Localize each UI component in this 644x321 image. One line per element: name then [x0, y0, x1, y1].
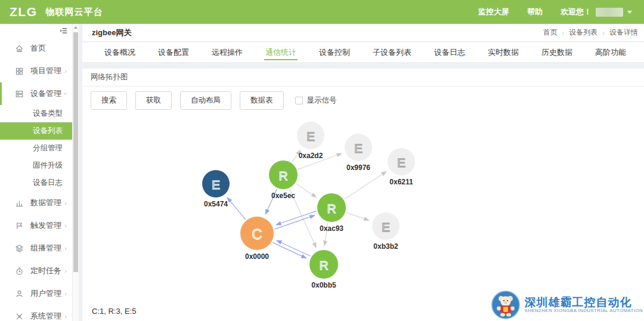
topology-graph[interactable]: E0xa2d2E0x9976E0x6211R0xe5ecE0x5474R0xac…	[82, 114, 644, 321]
app-title: 物联网云平台	[46, 7, 103, 18]
panel-title: 网络拓扑图	[91, 72, 128, 82]
node-address-label: 0x0bb5	[311, 281, 336, 289]
node-letter: E	[306, 129, 315, 143]
user-menu[interactable]: 欢迎您！	[561, 7, 632, 17]
topology-canvas[interactable]: E0xa2d2E0x9976E0x6211R0xe5ecE0x5474R0xac…	[82, 114, 644, 321]
menu-fold-icon[interactable]	[59, 26, 68, 35]
sidebar-item-label: 触发管理	[30, 220, 61, 231]
topology-edge	[346, 212, 369, 220]
topology-node-0x6211[interactable]: E0x6211	[388, 148, 415, 186]
username-redacted	[596, 8, 623, 17]
chevron-expanded-icon: ›	[62, 92, 69, 95]
sidebar-item-4[interactable]: 数据管理›	[0, 192, 79, 214]
tab-设备控制[interactable]: 设备控制	[308, 42, 361, 62]
sidebar: 首页项目管理›设备管理›设备类型设备列表分组管理固件升级设备日志数据管理›触发管…	[0, 24, 79, 321]
tab-子设备列表[interactable]: 子设备列表	[361, 42, 423, 62]
sidebar-item-5[interactable]: 触发管理›	[0, 214, 79, 237]
sidebar-item-label: 数据管理	[30, 197, 61, 208]
node-address-label: 0x5474	[204, 200, 228, 208]
sidebar-subitem[interactable]: 设备日志	[0, 174, 79, 192]
app-header: ZLG 物联网云平台 监控大屏 帮助 欢迎您！	[0, 0, 644, 24]
help-link[interactable]: 帮助	[527, 7, 543, 17]
sidebar-item-label: 首页	[30, 43, 46, 54]
toolbar-button-自动布局[interactable]: 自动布局	[180, 91, 231, 110]
topology-node-0x0000[interactable]: C0x0000	[240, 217, 274, 261]
sidebar-item-label: 项目管理	[30, 66, 61, 76]
sidebar-subitem[interactable]: 固件升级	[0, 157, 79, 174]
sidebar-item-6[interactable]: 组播管理›	[0, 237, 79, 260]
node-letter: E	[382, 220, 390, 234]
topology-node-0x0bb5[interactable]: R0x0bb5	[309, 250, 338, 289]
topology-panel: 网络拓扑图 搜索获取自动布局数据表 显示信号	[82, 69, 644, 321]
tab-高阶功能[interactable]: 高阶功能	[584, 42, 637, 62]
sidebar-item-8[interactable]: 用户管理›	[0, 282, 79, 305]
watermark-cn: 深圳雄霸工控自动化	[525, 296, 643, 309]
sidebar-item-label: 组播管理	[30, 243, 61, 254]
tab-设备配置[interactable]: 设备配置	[147, 42, 200, 62]
tab-实时数据[interactable]: 实时数据	[476, 42, 530, 62]
topology-edge	[277, 240, 311, 256]
node-letter: E	[397, 156, 405, 169]
sidebar-item-9[interactable]: 系统管理›	[0, 305, 79, 321]
node-address-label: 0xac93	[320, 224, 343, 233]
topology-edge	[345, 171, 386, 199]
node-address-label: 0x0000	[245, 252, 269, 261]
chevron-right-icon: ›	[64, 313, 67, 320]
topology-node-0xa2d2[interactable]: E0xa2d2	[297, 122, 324, 160]
timer-icon	[15, 267, 24, 276]
device-icon	[15, 89, 24, 98]
breadcrumb-item[interactable]: 首页	[543, 27, 558, 38]
topology-edge	[273, 242, 306, 258]
tab-远程操作[interactable]: 远程操作	[200, 42, 254, 62]
node-letter: R	[319, 258, 328, 272]
toolbar-button-获取[interactable]: 获取	[135, 91, 172, 110]
scrollbar-thumb[interactable]	[73, 32, 78, 272]
tab-设备日志[interactable]: 设备日志	[423, 42, 476, 62]
sidebar-item-2[interactable]: 项目管理›	[0, 60, 79, 82]
topbar-right: 监控大屏 帮助 欢迎您！	[478, 7, 632, 17]
node-address-label: 0xb3b2	[373, 242, 398, 251]
sidebar-item-7[interactable]: 定时任务›	[0, 260, 79, 282]
tab-历史数据[interactable]: 历史数据	[530, 42, 584, 62]
breadcrumb-item[interactable]: 设备列表	[569, 27, 597, 38]
vendor-bear-logo-icon	[491, 291, 520, 319]
multicast-icon	[15, 244, 24, 253]
scrollbar-up-arrow-icon[interactable]	[74, 26, 78, 29]
tab-通信统计[interactable]: 通信统计	[254, 42, 308, 62]
node-address-label: 0xa2d2	[299, 152, 323, 160]
toolbar-button-数据表[interactable]: 数据表	[240, 91, 284, 110]
sidebar-subitem[interactable]: 分组管理	[0, 140, 79, 157]
show-signal-checkbox[interactable]	[295, 97, 303, 104]
topology-toolbar: 搜索获取自动布局数据表 显示信号	[82, 87, 644, 114]
topology-node-0xe5ec[interactable]: R0xe5ec	[269, 160, 298, 200]
breadcrumb-item[interactable]: 设备详情	[609, 27, 638, 38]
chevron-right-icon: ›	[64, 67, 67, 75]
topology-edge	[274, 215, 314, 229]
system-icon	[15, 312, 24, 321]
welcome-label: 欢迎您！	[561, 7, 592, 17]
node-letter: R	[278, 169, 287, 183]
show-signal-option[interactable]: 显示信号	[295, 95, 337, 106]
chevron-right-icon: ›	[64, 267, 67, 274]
sidebar-item-3[interactable]: 设备管理›	[0, 82, 79, 105]
node-letter: E	[354, 141, 363, 155]
monitor-screen-link[interactable]: 监控大屏	[478, 7, 509, 17]
topology-node-0xb3b2[interactable]: E0xb3b2	[372, 212, 400, 251]
main-content: zigbee网关 首页›设备列表›设备详情 设备概况设备配置远程操作通信统计设备…	[79, 24, 644, 321]
topology-node-0xac93[interactable]: R0xac93	[317, 193, 346, 233]
trigger-icon	[15, 221, 24, 230]
toolbar-button-搜索[interactable]: 搜索	[91, 91, 127, 110]
tab-设备概况[interactable]: 设备概况	[93, 42, 147, 62]
sidebar-item-1[interactable]: 首页	[0, 37, 79, 60]
sidebar-scrollbar[interactable]	[72, 24, 79, 321]
sidebar-subitem[interactable]: 设备类型	[0, 105, 79, 122]
chevron-right-icon: ›	[64, 222, 67, 229]
topology-node-0x9976[interactable]: E0x9976	[345, 134, 372, 172]
breadcrumb: 首页›设备列表›设备详情	[543, 27, 638, 38]
tab-bar: 设备概况设备配置远程操作通信统计设备控制子设备列表设备日志实时数据历史数据高阶功…	[82, 42, 644, 62]
topology-node-0x5474[interactable]: E0x5474	[202, 170, 230, 208]
sidebar-subitem[interactable]: 设备列表	[0, 122, 79, 140]
topology-edge	[227, 197, 246, 220]
node-letter: C	[252, 226, 262, 242]
side-menu: 首页项目管理›设备管理›设备类型设备列表分组管理固件升级设备日志数据管理›触发管…	[0, 37, 79, 321]
